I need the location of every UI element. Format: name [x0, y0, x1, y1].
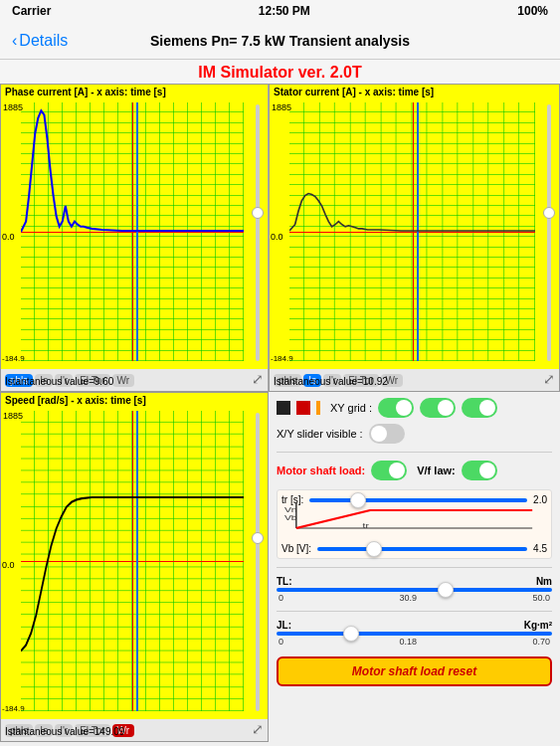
stator-current-inner [289, 102, 535, 361]
motor-shaft-row: Motor shaft load: V/f law: [277, 461, 552, 480]
speed-value: Istantaneous value=149.09 [5, 726, 124, 737]
speed-v-slider[interactable] [252, 413, 264, 711]
speed-waveform [21, 411, 244, 711]
main-content: Phase current [A] - x axis: time [s] 188… [0, 84, 560, 742]
jl-min: 0 [279, 637, 283, 647]
expand-icon[interactable]: ⤢ [252, 371, 264, 387]
orange-square [316, 401, 320, 415]
phase-current-value: Istantaneous value=9.60 [5, 376, 113, 387]
vf-label: V/f law: [417, 465, 456, 476]
jl-max: 0.70 [532, 637, 550, 647]
motor-shaft-toggle[interactable] [371, 461, 407, 480]
carrier-label: Carrier [12, 4, 51, 18]
stator-current-waveform [289, 102, 535, 361]
svg-text:Vb: Vb [284, 514, 297, 522]
tl-ticks: 0 30.9 50.0 [277, 593, 552, 603]
divider-3 [277, 611, 552, 612]
phase-current-title: Phase current [A] - x axis: time [s] [5, 87, 166, 97]
stator-v-slider[interactable] [543, 104, 555, 361]
battery-label: 100% [517, 4, 548, 18]
stator-current-value: Istantaneous value=10.92 [274, 376, 388, 387]
stator-current-y-mid: 0.0 [271, 232, 283, 242]
divider-2 [277, 567, 552, 568]
color-squares-row: XY grid : [277, 398, 552, 418]
xy-grid-label: XY grid : [330, 402, 372, 414]
tl-mid: 30.9 [399, 593, 417, 603]
phase-current-y-mid: 0.0 [2, 232, 15, 242]
xy-grid-toggle-1[interactable] [378, 398, 414, 418]
svg-text:Vn: Vn [284, 506, 297, 514]
time-label: 12:50 PM [259, 4, 310, 18]
vb-slider[interactable] [317, 547, 527, 551]
vf-toggle[interactable] [462, 461, 497, 480]
divider-1 [277, 452, 552, 453]
back-button[interactable]: ‹ Details [12, 32, 68, 50]
vb-value: 4.5 [533, 543, 547, 554]
xy-slider-toggle[interactable] [369, 424, 405, 444]
stator-current-chart[interactable]: Stator current [A] - x axis: time [s] 18… [269, 84, 560, 392]
red-square [296, 401, 310, 415]
xy-slider-label: X/Y slider visible : [277, 428, 363, 440]
charts-top-row: Phase current [A] - x axis: time [s] 188… [0, 84, 560, 392]
tl-max: 50.0 [532, 593, 550, 603]
jl-ticks: 0 0.18 0.70 [277, 637, 552, 647]
phase-current-v-slider[interactable] [252, 104, 264, 361]
speed-chart-title: Speed [rad/s] - x axis: time [s] [5, 395, 146, 406]
phase-current-waveform [21, 102, 244, 361]
jl-slider[interactable] [277, 632, 552, 636]
tab-wr-1[interactable]: Wr [112, 374, 135, 387]
jl-mid: 0.18 [399, 637, 417, 647]
back-label: Details [19, 32, 68, 50]
header: ‹ Details Siemens Pn= 7.5 kW Transient a… [0, 22, 560, 60]
vb-label: Vb [V]: [281, 543, 311, 554]
motor-shaft-reset-button[interactable]: Motor shaft load reset [277, 656, 552, 686]
jl-param-row: JL: Kg·m² 0 0.18 0.70 [277, 620, 552, 647]
vb-row: Vb [V]: 4.5 [281, 543, 547, 554]
right-controls-panel: XY grid : X/Y slider visible : Motor sha… [269, 392, 560, 742]
header-title: Siemens Pn= 7.5 kW Transient analysis [150, 33, 410, 49]
phase-current-chart[interactable]: Phase current [A] - x axis: time [s] 188… [0, 84, 269, 392]
vf-diagram: tr [s]: 2.0 Vn Vb tr [277, 489, 552, 559]
tl-slider[interactable] [277, 588, 552, 592]
charts-bottom-area: Speed [rad/s] - x axis: time [s] 1885 0.… [0, 392, 560, 742]
sim-title: IM Simulator ver. 2.0T [0, 60, 560, 84]
svg-text:tr: tr [363, 522, 369, 530]
black-square [277, 401, 290, 415]
motor-shaft-label: Motor shaft load: [277, 465, 365, 476]
tl-min: 0 [279, 593, 283, 603]
speed-chart[interactable]: Speed [rad/s] - x axis: time [s] 1885 0.… [0, 392, 269, 742]
xy-grid-toggle-3[interactable] [462, 398, 497, 418]
tl-param-row: TL: Nm 0 30.9 50.0 [277, 576, 552, 603]
status-bar: Carrier 12:50 PM 100% [0, 0, 560, 22]
xy-grid-toggle-2[interactable] [420, 398, 456, 418]
xy-slider-row: X/Y slider visible : [277, 424, 552, 444]
stator-current-title: Stator current [A] - x axis: time [s] [274, 87, 434, 97]
stator-expand-icon[interactable]: ⤢ [543, 371, 555, 387]
speed-chart-inner [21, 411, 244, 711]
chevron-left-icon: ‹ [12, 32, 17, 50]
speed-y-mid: 0.0 [2, 560, 15, 570]
vf-svg: Vn Vb tr [281, 500, 547, 530]
phase-current-inner [21, 102, 244, 361]
speed-expand-icon[interactable]: ⤢ [252, 721, 264, 737]
